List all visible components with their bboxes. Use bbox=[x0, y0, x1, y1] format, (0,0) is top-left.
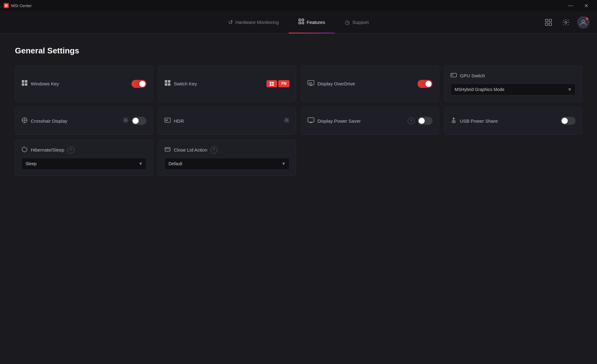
tab-features[interactable]: Features bbox=[289, 11, 335, 34]
usb-power-share-text: USB Power Share bbox=[460, 118, 498, 124]
settings-row-1: Windows Key Switch Key bbox=[15, 66, 582, 102]
display-power-saver-toggle[interactable] bbox=[418, 117, 433, 125]
close-lid-action-help-icon[interactable]: ? bbox=[211, 147, 217, 153]
hdr-card: HDR bbox=[158, 107, 296, 135]
usb-power-share-knob bbox=[562, 118, 568, 124]
svg-rect-7 bbox=[549, 23, 552, 25]
svg-rect-13 bbox=[25, 83, 27, 86]
switch-key-icon bbox=[164, 80, 171, 88]
minimize-button[interactable]: — bbox=[563, 0, 578, 11]
svg-rect-40 bbox=[165, 148, 170, 151]
hdr-gear-icon[interactable] bbox=[284, 117, 289, 125]
tab-hardware[interactable]: ↺ Hardware Monitoring bbox=[218, 11, 289, 34]
windows-key-toggle[interactable] bbox=[132, 80, 146, 88]
gpu-switch-select[interactable]: MSHybrid Graphics Mode Discrete Graphics… bbox=[451, 84, 576, 95]
switch-key-text: Switch Key bbox=[174, 81, 197, 86]
windows-key-icon bbox=[21, 80, 28, 88]
svg-point-37 bbox=[286, 119, 288, 121]
crosshair-display-toggle[interactable] bbox=[132, 117, 146, 125]
nav-tabs: ↺ Hardware Monitoring Features ◷ Support bbox=[7, 11, 590, 34]
support-tab-icon: ◷ bbox=[345, 19, 350, 26]
empty-cell-3 bbox=[301, 140, 439, 176]
svg-rect-11 bbox=[25, 80, 27, 83]
display-power-saver-help-icon[interactable]: ? bbox=[408, 117, 414, 124]
gpu-switch-text: GPU Switch bbox=[460, 73, 485, 78]
display-power-saver-text: Display Power Saver bbox=[317, 118, 361, 124]
close-lid-action-select[interactable]: Default Sleep Hibernate Shutdown Do Noth… bbox=[164, 158, 289, 170]
title-bar-controls: — ✕ bbox=[563, 0, 593, 11]
close-lid-action-text: Close Lid Action bbox=[174, 147, 207, 152]
hdr-label: HDR bbox=[164, 117, 184, 125]
crosshair-display-icon bbox=[21, 117, 28, 125]
svg-rect-19 bbox=[272, 82, 274, 84]
hibernate-sleep-text: Hibernate/Sleep bbox=[31, 147, 64, 152]
notification-badge bbox=[586, 17, 588, 20]
tab-support[interactable]: ◷ Support bbox=[335, 11, 379, 34]
hardware-tab-icon: ↺ bbox=[228, 19, 233, 26]
windows-key-knob bbox=[139, 81, 146, 87]
display-overdrive-text: Display OverDrive bbox=[317, 81, 355, 86]
win-badge bbox=[266, 80, 277, 87]
hibernate-sleep-help-icon[interactable]: ? bbox=[67, 147, 74, 153]
svg-rect-2 bbox=[299, 22, 301, 24]
usb-power-share-toggle[interactable] bbox=[561, 117, 576, 125]
close-lid-action-select-wrapper: Default Sleep Hibernate Shutdown Do Noth… bbox=[164, 158, 289, 170]
settings-row-3: Hibernate/Sleep ? Sleep Hibernate Shutdo… bbox=[15, 140, 582, 176]
svg-point-27 bbox=[24, 120, 25, 121]
close-lid-action-card: Close Lid Action ? Default Sleep Hiberna… bbox=[158, 140, 296, 176]
switch-key-card: Switch Key FN bbox=[158, 66, 296, 102]
display-overdrive-toggle[interactable] bbox=[418, 80, 433, 88]
windows-key-label: Windows Key bbox=[21, 80, 59, 88]
support-tab-label: Support bbox=[352, 20, 369, 25]
features-tab-icon bbox=[298, 19, 304, 26]
crosshair-display-label: Crosshair Display bbox=[21, 117, 67, 125]
svg-rect-38 bbox=[308, 118, 314, 122]
gpu-switch-label: GPU Switch bbox=[451, 72, 576, 79]
fn-badge: FN bbox=[278, 80, 289, 87]
nav-bar: ↺ Hardware Monitoring Features ◷ Support bbox=[0, 11, 597, 34]
close-lid-action-icon bbox=[164, 146, 171, 153]
svg-rect-33 bbox=[165, 118, 170, 122]
hibernate-sleep-select[interactable]: Sleep Hibernate Shutdown bbox=[21, 158, 146, 170]
svg-rect-10 bbox=[22, 80, 24, 83]
svg-point-8 bbox=[565, 21, 567, 23]
hibernate-sleep-card: Hibernate/Sleep ? Sleep Hibernate Shutdo… bbox=[15, 140, 153, 176]
features-tab-label: Features bbox=[307, 20, 325, 25]
nav-actions bbox=[542, 16, 590, 29]
title-bar-left: M MSI Center bbox=[4, 3, 32, 8]
display-overdrive-card: OD Display OverDrive bbox=[301, 66, 439, 102]
svg-rect-25 bbox=[452, 74, 453, 75]
display-power-saver-label: Display Power Saver bbox=[308, 117, 361, 125]
windows-key-card: Windows Key bbox=[15, 66, 153, 102]
close-button[interactable]: ✕ bbox=[579, 0, 593, 11]
svg-rect-14 bbox=[165, 80, 167, 83]
switch-key-badges: FN bbox=[266, 80, 289, 87]
title-bar: M MSI Center — ✕ bbox=[0, 0, 597, 11]
svg-rect-20 bbox=[270, 84, 272, 86]
display-power-saver-icon bbox=[308, 117, 314, 125]
usb-power-share-icon bbox=[451, 117, 457, 125]
settings-button[interactable] bbox=[560, 16, 572, 29]
empty-cell-4 bbox=[444, 140, 582, 176]
settings-row-2: Crosshair Display bbox=[15, 107, 582, 135]
svg-rect-1 bbox=[302, 19, 304, 21]
hardware-tab-label: Hardware Monitoring bbox=[235, 20, 279, 25]
svg-rect-17 bbox=[168, 83, 170, 86]
svg-text:OD: OD bbox=[309, 82, 312, 84]
app-title: MSI Center bbox=[11, 3, 32, 8]
svg-rect-3 bbox=[302, 22, 304, 24]
crosshair-gear-icon[interactable] bbox=[123, 117, 128, 125]
usb-power-share-label: USB Power Share bbox=[451, 117, 498, 125]
svg-rect-21 bbox=[272, 84, 274, 86]
gpu-switch-icon bbox=[451, 72, 457, 79]
crosshair-display-knob bbox=[132, 118, 139, 124]
hdr-text: HDR bbox=[174, 118, 184, 124]
profile-button[interactable] bbox=[577, 16, 590, 29]
display-power-saver-knob bbox=[419, 118, 425, 124]
svg-rect-4 bbox=[545, 19, 548, 22]
display-overdrive-icon: OD bbox=[308, 80, 314, 87]
grid-view-button[interactable] bbox=[542, 16, 555, 29]
display-overdrive-knob bbox=[425, 81, 432, 87]
switch-key-label: Switch Key bbox=[164, 80, 197, 88]
svg-rect-6 bbox=[545, 23, 548, 25]
